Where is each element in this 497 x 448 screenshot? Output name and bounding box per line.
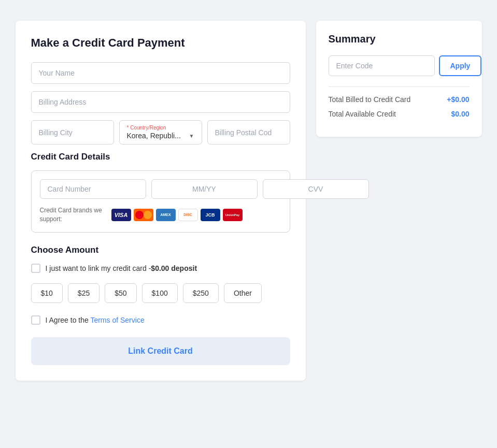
unionpay-logo: UnionPay [223, 209, 243, 221]
promo-row: Apply [329, 55, 470, 76]
amount-btn-25[interactable]: $25 [68, 283, 100, 303]
country-selected-value: Korea, Republi... [127, 132, 181, 140]
billing-address-input[interactable] [31, 91, 290, 113]
link-card-label: I just want to link my credit card -$0.0… [46, 264, 197, 272]
credit-card-details-title: Credit Card Details [31, 152, 290, 162]
total-available-label: Total Available Credit [329, 110, 396, 118]
expiry-input[interactable] [151, 179, 258, 199]
amount-buttons-row: $10 $25 $50 $100 $250 Other [31, 283, 290, 303]
card-logos: VISA AMEX DISC JCB UnionPay [111, 209, 243, 221]
card-brands-label: Credit Card brands we support: [40, 206, 107, 224]
terms-row: I Agree to the Terms of Service [31, 315, 290, 325]
total-billed-label: Total Billed to Credit Card [329, 95, 411, 104]
terms-of-service-link[interactable]: Terms of Service [90, 316, 144, 324]
card-brands-row: Credit Card brands we support: VISA AMEX… [40, 206, 281, 224]
country-value-display[interactable]: Korea, Republi... ▼ [127, 132, 194, 140]
summary-title: Summary [329, 33, 470, 45]
apply-button[interactable]: Apply [439, 55, 482, 76]
mastercard-logo [134, 209, 153, 221]
country-label: * Country/Region [127, 125, 194, 131]
chevron-down-icon: ▼ [189, 133, 194, 139]
city-country-postal-row: * Country/Region Korea, Republi... ▼ [31, 120, 290, 144]
jcb-logo: JCB [201, 209, 220, 221]
choose-amount-title: Choose Amount [31, 245, 290, 255]
amount-btn-100[interactable]: $100 [142, 283, 178, 303]
card-number-input[interactable] [40, 179, 146, 199]
total-billed-value: +$0.00 [447, 95, 469, 104]
discover-logo: DISC [178, 209, 198, 221]
amount-btn-50[interactable]: $50 [105, 283, 136, 303]
promo-code-input[interactable] [329, 55, 435, 76]
amex-logo: AMEX [156, 209, 176, 221]
total-available-value: $0.00 [451, 110, 469, 118]
cvv-input[interactable] [263, 179, 369, 199]
link-credit-card-button[interactable]: Link Credit Card [31, 337, 290, 365]
card-inputs-row [40, 179, 281, 199]
amount-btn-10[interactable]: $10 [31, 283, 63, 303]
billing-postal-input[interactable] [207, 120, 290, 144]
billing-city-input[interactable] [31, 120, 114, 144]
country-region-select[interactable]: * Country/Region Korea, Republi... ▼ [119, 120, 202, 144]
link-checkbox-row: I just want to link my credit card -$0.0… [31, 264, 290, 273]
amount-btn-250[interactable]: $250 [183, 283, 219, 303]
terms-checkbox[interactable] [31, 315, 40, 325]
card-details-box: Credit Card brands we support: VISA AMEX… [31, 170, 290, 233]
link-card-checkbox[interactable] [31, 264, 40, 273]
your-name-input[interactable] [31, 62, 290, 84]
visa-logo: VISA [111, 209, 131, 221]
summary-divider [329, 86, 470, 87]
total-billed-row: Total Billed to Credit Card +$0.00 [329, 95, 470, 104]
billing-address-group [31, 91, 290, 113]
your-name-group [31, 62, 290, 84]
total-available-row: Total Available Credit $0.00 [329, 110, 470, 118]
amount-btn-other[interactable]: Other [224, 283, 262, 303]
summary-card: Summary Apply Total Billed to Credit Car… [316, 21, 482, 137]
main-card: Make a Credit Card Payment * Country/Reg… [16, 21, 306, 381]
page-title: Make a Credit Card Payment [31, 36, 290, 50]
terms-label: I Agree to the Terms of Service [46, 316, 145, 324]
